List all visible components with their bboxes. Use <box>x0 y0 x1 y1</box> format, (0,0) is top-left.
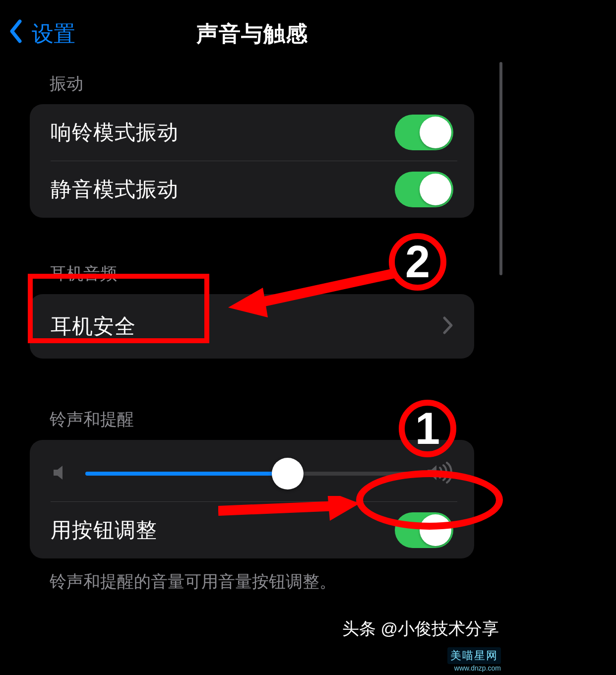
ringer-group: 用按钮调整 <box>30 440 474 558</box>
watermark-toutiao: 头条 @小俊技术分享 <box>342 617 499 640</box>
chevron-left-icon <box>9 19 23 48</box>
back-button[interactable]: 设置 <box>9 19 75 49</box>
section-footer-ringer: 铃声和提醒的音量可用音量按钮调整。 <box>30 558 474 593</box>
row-label: 静音模式振动 <box>51 176 179 203</box>
section-header-ringer: 铃声和提醒 <box>30 408 474 440</box>
section-header-vibration: 振动 <box>30 72 474 104</box>
row-label: 响铃模式振动 <box>51 119 179 146</box>
row-ring-vibrate[interactable]: 响铃模式振动 <box>47 104 457 161</box>
settings-screen: 设置 声音与触感 振动 响铃模式振动 静音模式振动 耳机音频 耳机安全 <box>0 0 504 675</box>
row-silent-vibrate[interactable]: 静音模式振动 <box>47 161 457 218</box>
back-label: 设置 <box>32 19 75 49</box>
toggle-ring-vibrate[interactable] <box>395 115 453 150</box>
volume-high-icon <box>427 462 453 486</box>
volume-slider[interactable] <box>85 460 412 488</box>
row-volume-slider <box>47 440 457 501</box>
watermark-site-url: www.dnzp.com <box>454 664 501 672</box>
section-header-headphone: 耳机音频 <box>30 262 474 294</box>
toggle-change-with-buttons[interactable] <box>395 512 453 548</box>
row-headphone-safety[interactable]: 耳机安全 <box>47 294 457 359</box>
chevron-right-icon <box>442 316 453 337</box>
row-label: 耳机安全 <box>51 312 136 340</box>
nav-bar: 设置 声音与触感 <box>0 0 504 59</box>
row-label: 用按钮调整 <box>51 516 157 544</box>
watermark-site-name: 美喵星网 <box>447 647 501 664</box>
volume-low-icon <box>51 463 70 485</box>
row-change-with-buttons[interactable]: 用按钮调整 <box>47 502 457 558</box>
watermark-site: 美喵星网 www.dnzp.com <box>447 647 501 672</box>
toggle-silent-vibrate[interactable] <box>395 172 453 207</box>
vibration-group: 响铃模式振动 静音模式振动 <box>30 104 474 218</box>
page-title: 声音与触感 <box>0 19 504 49</box>
headphone-group: 耳机安全 <box>30 294 474 359</box>
